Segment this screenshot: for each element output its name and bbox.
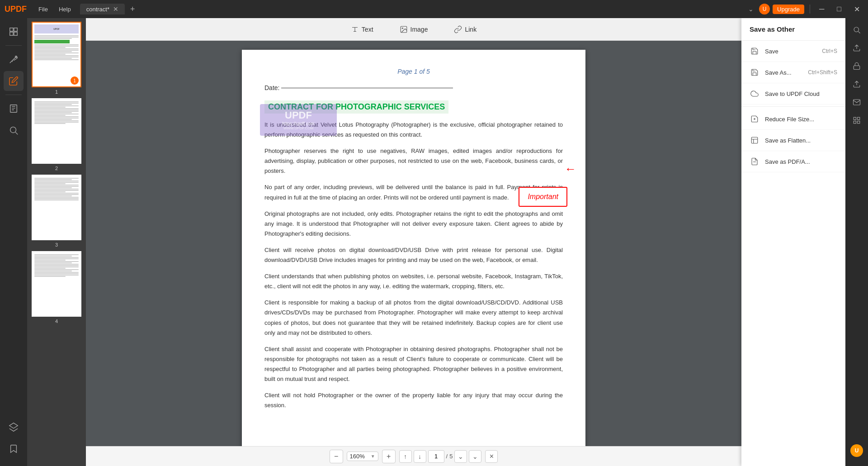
page-indicator: Page 1 of 5 bbox=[264, 68, 563, 75]
close-toolbar-button[interactable]: × bbox=[485, 450, 498, 463]
svg-rect-12 bbox=[751, 137, 758, 143]
next-page-button[interactable]: ⌄ bbox=[469, 450, 481, 463]
dropdown-arrow-icon[interactable]: ⌄ bbox=[748, 5, 754, 13]
date-label: Date: bbox=[264, 84, 279, 91]
page-navigation: ↑ ↓ / 5 ⌄ ⌄ bbox=[399, 450, 482, 463]
date-line: Date: bbox=[264, 84, 563, 91]
svg-rect-16 bbox=[854, 66, 860, 69]
right-grid-icon[interactable] bbox=[849, 112, 865, 128]
contract-body: It is understood that Velvet Lotus Photo… bbox=[264, 120, 563, 410]
para-5: Client will receive photos on digital do… bbox=[264, 245, 563, 265]
sidebar-icon-bookmark[interactable] bbox=[4, 439, 24, 459]
para-8: Client shall assist and cooperate with P… bbox=[264, 344, 563, 384]
svg-rect-0 bbox=[10, 28, 13, 31]
zoom-in-button[interactable]: + bbox=[382, 450, 396, 463]
tab-bar: contract* ✕ + bbox=[80, 4, 748, 15]
save-pdfa-item[interactable]: Save as PDF/A... bbox=[741, 151, 845, 172]
zoom-out-button[interactable]: − bbox=[330, 450, 343, 463]
para-3-wrapper: No part of any order, including previews… bbox=[264, 182, 563, 202]
pdf-viewer: UPDF https://updf.com WWW.UPDF.COM Page … bbox=[86, 41, 741, 446]
thumbnail-page-4[interactable]: 4 bbox=[30, 251, 83, 324]
pdf-page: UPDF https://updf.com WWW.UPDF.COM Page … bbox=[242, 50, 585, 446]
save-cloud-item[interactable]: Save to UPDF Cloud bbox=[741, 83, 845, 105]
link-tool-button[interactable]: Link bbox=[448, 23, 483, 36]
save-as-shortcut: Ctrl+Shift+S bbox=[808, 69, 837, 76]
right-upload-icon[interactable] bbox=[849, 76, 865, 92]
reduce-size-item[interactable]: Reduce File Size... bbox=[741, 109, 845, 130]
para-2: Photographer reserves the right to use n… bbox=[264, 146, 563, 176]
svg-point-9 bbox=[402, 28, 403, 29]
zoom-display[interactable]: 160% ▼ bbox=[347, 452, 378, 461]
para-2-wrapper: Photographer reserves the right to use n… bbox=[264, 146, 563, 176]
minimize-button[interactable]: ─ bbox=[816, 4, 828, 14]
sidebar-icon-search[interactable] bbox=[4, 120, 24, 140]
text-label: Text bbox=[362, 26, 373, 33]
text-tool-button[interactable]: Text bbox=[344, 23, 380, 36]
save-as-other-panel: Save as Other Save Ctrl+S Save As... Ctr… bbox=[741, 18, 845, 466]
edit-toolbar: Text Image Link bbox=[86, 18, 741, 41]
para-9: Client will not hold Photographer or the… bbox=[264, 390, 563, 410]
right-export-icon[interactable] bbox=[849, 40, 865, 56]
right-sidebar-bottom: U bbox=[849, 442, 865, 462]
sidebar-icon-paint[interactable] bbox=[4, 49, 24, 69]
menu-bar: File Help bbox=[34, 4, 75, 14]
app-body: UPDF 1 bbox=[0, 18, 868, 466]
sidebar-icon-layers[interactable] bbox=[4, 417, 24, 437]
upgrade-button[interactable]: Upgrade bbox=[773, 5, 804, 14]
divider bbox=[810, 5, 810, 14]
svg-rect-3 bbox=[14, 32, 17, 35]
para-7: Client is responsible for making a backu… bbox=[264, 298, 563, 338]
sidebar-divider-1 bbox=[5, 45, 22, 46]
save-as-item[interactable]: Save As... Ctrl+Shift+S bbox=[741, 62, 845, 83]
thumbnail-image-1: UPDF 1 bbox=[32, 22, 81, 87]
close-window-button[interactable]: ✕ bbox=[850, 4, 863, 14]
save-flatten-item[interactable]: Save as Flatten... bbox=[741, 130, 845, 151]
sidebar-icon-edit[interactable] bbox=[4, 71, 24, 91]
right-search-icon[interactable] bbox=[849, 22, 865, 38]
prev-page-button[interactable]: ⌄ bbox=[454, 450, 467, 463]
page-up-button[interactable]: ↑ bbox=[399, 450, 412, 463]
total-pages: 5 bbox=[449, 453, 453, 460]
upgrade-area[interactable]: U Upgrade bbox=[759, 4, 804, 14]
maximize-button[interactable]: □ bbox=[833, 4, 845, 14]
sidebar-icon-thumbnail[interactable] bbox=[4, 22, 24, 42]
svg-point-6 bbox=[10, 127, 16, 133]
save-item[interactable]: Save Ctrl+S bbox=[741, 41, 845, 62]
thumbnail-page-1[interactable]: UPDF 1 bbox=[30, 22, 83, 95]
save-shortcut: Ctrl+S bbox=[822, 48, 837, 54]
tab-close-btn[interactable]: ✕ bbox=[113, 5, 118, 13]
menu-file[interactable]: File bbox=[34, 4, 52, 14]
tab-contract[interactable]: contract* ✕ bbox=[80, 4, 125, 14]
svg-rect-19 bbox=[858, 117, 860, 119]
svg-rect-20 bbox=[858, 121, 860, 124]
watermark-url: https://updf.com bbox=[282, 121, 314, 126]
reduce-icon bbox=[750, 114, 760, 124]
svg-rect-21 bbox=[854, 121, 856, 124]
thumbnail-page-2[interactable]: 2 bbox=[30, 98, 83, 171]
menu-help[interactable]: Help bbox=[54, 4, 75, 14]
image-tool-button[interactable]: Image bbox=[393, 23, 434, 36]
page-number-input[interactable] bbox=[428, 450, 444, 463]
important-box: Important bbox=[519, 187, 567, 206]
watermark: UPDF https://updf.com WWW.UPDF.COM bbox=[260, 104, 337, 136]
sidebar-icon-pages[interactable] bbox=[4, 99, 24, 119]
thumb-number-3: 3 bbox=[55, 242, 58, 247]
zoom-dropdown-icon[interactable]: ▼ bbox=[371, 454, 375, 459]
right-mail-icon[interactable] bbox=[849, 94, 865, 110]
thumb-number-2: 2 bbox=[55, 166, 58, 171]
page-down-button[interactable]: ↓ bbox=[414, 450, 426, 463]
thumb-number-1: 1 bbox=[55, 89, 58, 95]
link-icon bbox=[454, 25, 462, 33]
flatten-icon bbox=[750, 135, 760, 145]
tab-add-btn[interactable]: + bbox=[127, 4, 138, 15]
thumbnail-page-3[interactable]: 3 bbox=[30, 175, 83, 247]
save-as-label: Save As... bbox=[765, 69, 792, 76]
save-icon bbox=[750, 46, 760, 56]
cloud-icon bbox=[750, 89, 760, 99]
tab-label: contract* bbox=[86, 6, 109, 13]
thumbnail-panel: UPDF 1 bbox=[27, 18, 86, 466]
watermark-sub: WWW.UPDF.COM bbox=[283, 126, 313, 130]
right-avatar-icon[interactable]: U bbox=[849, 442, 865, 459]
bottom-toolbar: − 160% ▼ + ↑ ↓ / 5 ⌄ ⌄ × bbox=[86, 446, 741, 466]
right-lock-icon[interactable] bbox=[849, 58, 865, 74]
